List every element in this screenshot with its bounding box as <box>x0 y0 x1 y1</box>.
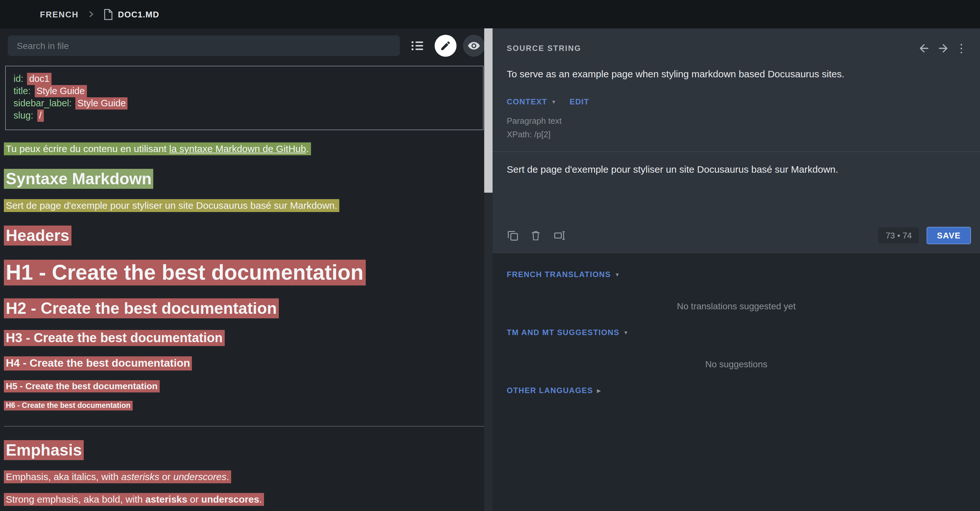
frontmatter-line: title:Style Guide <box>14 85 475 97</box>
document-preview: id:doc1 title:Style Guide sidebar_label:… <box>0 61 493 508</box>
doc-h5: H5 - Create the best documentation <box>4 381 485 391</box>
previous-string-icon[interactable] <box>914 39 934 58</box>
doc-h2: H2 - Create the best documentation <box>4 299 485 318</box>
paragraph-sert: Sert de page d'exemple pour styliser un … <box>4 198 485 212</box>
paragraph-emphasis: Emphasis, aka italics, with asterisks or… <box>4 470 485 483</box>
frontmatter-box: id:doc1 title:Style Guide sidebar_label:… <box>5 66 484 130</box>
translated-string[interactable]: Tu peux écrire du contenu en utilisant l… <box>4 142 311 155</box>
context-xpath: XPath: /p[2] <box>507 128 966 141</box>
search-input[interactable] <box>8 35 400 56</box>
app-window: FRENCH DOC1.MD <box>0 0 980 511</box>
frontmatter-value[interactable]: Style Guide <box>76 97 128 110</box>
edit-context-button[interactable]: EDIT <box>570 97 589 106</box>
untranslated-string[interactable]: H2 - Create the best documentation <box>4 299 279 318</box>
untranslated-string[interactable]: H1 - Create the best documentation <box>4 260 365 286</box>
doc-link: la syntaxe Markdown de GitHub <box>169 143 306 154</box>
preview-mode-icon[interactable] <box>463 35 485 57</box>
character-counter: 73 • 74 <box>878 227 919 244</box>
frontmatter-value[interactable]: / <box>37 110 43 122</box>
translated-string[interactable]: Syntaxe Markdown <box>4 169 154 189</box>
doc-h3: H3 - Create the best documentation <box>4 331 485 345</box>
translation-editor[interactable]: Sert de page d'exemple pour styliser un … <box>493 152 980 222</box>
untranslated-string[interactable]: Headers <box>4 225 71 246</box>
frontmatter-line: sidebar_label:Style Guide <box>14 97 475 110</box>
other-languages-header[interactable]: OTHER LANGUAGES▶ <box>507 386 966 395</box>
frontmatter-line: slug:/ <box>14 110 475 122</box>
left-panel-scrollbar[interactable] <box>484 28 493 511</box>
clear-translation-icon[interactable] <box>553 227 576 244</box>
top-bar: FRENCH DOC1.MD <box>0 0 980 28</box>
frontmatter-line: id:doc1 <box>14 73 475 85</box>
source-string-label: SOURCE STRING <box>507 44 914 53</box>
delete-translation-icon[interactable] <box>530 227 553 244</box>
doc-h6: H6 - Create the best documentation <box>4 401 485 409</box>
string-list-icon[interactable] <box>406 35 428 57</box>
file-icon <box>103 9 113 20</box>
chevron-right-icon: ▶ <box>597 388 601 393</box>
paragraph-strong: Strong emphasis, aka bold, with asterisk… <box>4 492 485 506</box>
source-text: To serve as an example page when styling… <box>493 62 980 81</box>
context-meta: Paragraph text XPath: /p[2] <box>493 106 980 141</box>
context-dropdown[interactable]: CONTEXT▼ <box>507 97 557 106</box>
active-string[interactable]: Sert de page d'exemple pour styliser un … <box>4 199 339 212</box>
translation-toolbar: 73 • 74 SAVE <box>493 222 980 253</box>
chevron-down-icon: ▼ <box>623 330 629 335</box>
frontmatter-value[interactable]: doc1 <box>27 73 51 85</box>
translation-panel: SOURCE STRING ⋮ To serve as an example p… <box>493 28 980 511</box>
untranslated-string[interactable]: H6 - Create the best documentation <box>4 401 132 410</box>
no-translations-message: No translations suggested yet <box>507 301 966 311</box>
heading-emphasis: Emphasis <box>4 441 485 460</box>
hamburger-menu-icon[interactable] <box>9 9 23 19</box>
heading-syntaxe-markdown: Syntaxe Markdown <box>4 169 485 188</box>
paragraph-intro: Tu peux écrire du contenu en utilisant l… <box>4 142 485 155</box>
next-string-icon[interactable] <box>934 39 953 58</box>
breadcrumb-file[interactable]: DOC1.MD <box>118 10 159 19</box>
search-row <box>0 28 493 61</box>
untranslated-string[interactable]: Emphasis <box>4 440 84 460</box>
no-suggestions-message: No suggestions <box>507 359 966 369</box>
chevron-down-icon: ▼ <box>615 271 620 278</box>
untranslated-string[interactable]: H4 - Create the best documentation <box>4 356 192 370</box>
more-options-icon[interactable]: ⋮ <box>953 41 970 56</box>
edit-mode-icon[interactable] <box>434 35 457 57</box>
file-preview-panel: id:doc1 title:Style Guide sidebar_label:… <box>0 28 493 511</box>
doc-h4: H4 - Create the best documentation <box>4 357 485 370</box>
doc-h1: H1 - Create the best documentation <box>4 260 485 285</box>
untranslated-string[interactable]: Emphasis, aka italics, with asterisks or… <box>4 470 231 483</box>
tm-mt-suggestions-header[interactable]: TM AND MT SUGGESTIONS▼ <box>507 328 966 337</box>
untranslated-string[interactable]: H3 - Create the best documentation <box>4 330 224 346</box>
heading-headers: Headers <box>4 226 485 245</box>
untranslated-string[interactable]: Strong emphasis, aka bold, with asterisk… <box>4 493 264 506</box>
breadcrumb-project[interactable]: FRENCH <box>40 10 78 19</box>
chevron-right-icon <box>86 10 95 19</box>
context-type: Paragraph text <box>507 114 966 128</box>
chevron-down-icon: ▼ <box>551 99 557 105</box>
copy-source-icon[interactable] <box>507 227 530 244</box>
french-translations-header[interactable]: FRENCH TRANSLATIONS▼ <box>507 270 966 279</box>
suggestions-section: FRENCH TRANSLATIONS▼ No translations sug… <box>493 253 980 511</box>
save-button[interactable]: SAVE <box>927 227 971 244</box>
frontmatter-value[interactable]: Style Guide <box>35 85 87 97</box>
untranslated-string[interactable]: H5 - Create the best documentation <box>4 380 159 393</box>
source-string-section: SOURCE STRING ⋮ To serve as an example p… <box>493 28 980 253</box>
scrollbar-thumb[interactable] <box>484 28 493 193</box>
horizontal-rule <box>4 426 485 426</box>
